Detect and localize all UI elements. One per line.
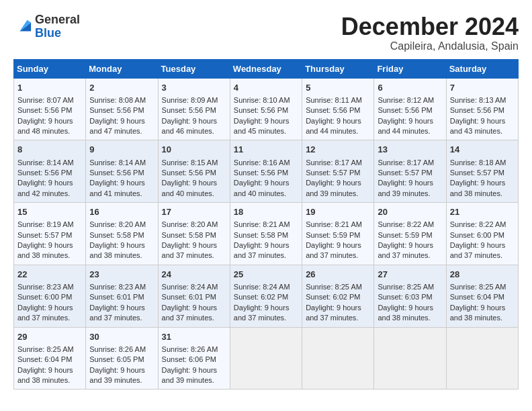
cell-text-line: Daylight: 9 hours [234,303,298,313]
cell-text-line: Daylight: 9 hours [17,303,82,313]
cell-text-line: Sunset: 5:58 PM [234,230,298,240]
cell-text-line: Sunset: 6:01 PM [162,292,226,302]
cell-text-line: Sunrise: 8:23 AM [17,282,82,292]
cell-text-line: Sunrise: 8:21 AM [234,220,298,230]
cell-text-line: Sunrise: 8:14 AM [89,158,154,168]
cell-text-line: Sunrise: 8:09 AM [162,95,226,105]
cell-text-line: Sunrise: 8:25 AM [378,282,442,292]
day-number: 3 [162,82,226,94]
cell-text-line: and 37 minutes. [450,250,515,261]
cell-text-line: Sunrise: 8:22 AM [378,220,442,230]
calendar-cell: 28Sunrise: 8:25 AMSunset: 6:04 PMDayligh… [446,265,518,327]
cell-text-line: Sunset: 5:56 PM [162,168,226,178]
cell-text-line: Daylight: 9 hours [234,240,298,250]
calendar-cell: 1Sunrise: 8:07 AMSunset: 5:56 PMDaylight… [14,78,86,140]
day-number: 12 [306,144,370,156]
day-number: 4 [234,82,298,94]
cell-text-line: Sunset: 5:56 PM [162,105,226,116]
day-number: 21 [450,206,515,218]
cell-text-line: Daylight: 9 hours [162,303,226,313]
cell-text-line: Sunset: 6:02 PM [234,292,298,302]
cell-text-line: and 38 minutes. [89,250,154,261]
cell-text-line: Sunset: 5:57 PM [306,168,370,178]
cell-text-line: Daylight: 9 hours [378,240,442,250]
cell-text-line: Sunset: 5:59 PM [378,230,442,240]
cell-text-line: Sunrise: 8:16 AM [234,158,298,168]
calendar-cell: 10Sunrise: 8:15 AMSunset: 5:56 PMDayligh… [158,140,230,203]
calendar-week-row: 1Sunrise: 8:07 AMSunset: 5:56 PMDaylight… [14,78,519,140]
cell-text-line: Sunset: 5:56 PM [89,105,154,116]
cell-text-line: Daylight: 9 hours [234,116,298,126]
cell-text-line: and 44 minutes. [306,126,370,136]
calendar-cell: 18Sunrise: 8:21 AMSunset: 5:58 PMDayligh… [230,203,302,265]
cell-text-line: Sunrise: 8:07 AM [17,95,82,105]
calendar-cell: 30Sunrise: 8:26 AMSunset: 6:05 PMDayligh… [86,327,158,390]
calendar-cell: 2Sunrise: 8:08 AMSunset: 5:56 PMDaylight… [86,78,158,140]
cell-text-line: and 38 minutes. [450,313,515,323]
cell-text-line: Daylight: 9 hours [450,240,515,250]
weekday-header-cell: Thursday [302,59,374,78]
calendar-cell: 25Sunrise: 8:24 AMSunset: 6:02 PMDayligh… [230,265,302,327]
cell-text-line: and 41 minutes. [89,189,154,199]
cell-text-line: Sunrise: 8:08 AM [89,95,154,105]
cell-text-line: Sunset: 6:00 PM [450,230,515,240]
logo-blue-text: Blue [35,26,61,40]
day-number: 24 [162,269,226,281]
day-number: 29 [17,331,82,343]
title-area: December 2024 Capileira, Andalusia, Spai… [341,13,519,52]
day-number: 6 [378,82,442,94]
cell-text-line: Sunrise: 8:11 AM [306,95,370,105]
cell-text-line: Sunset: 6:00 PM [17,292,82,302]
cell-text-line: and 37 minutes. [306,313,370,323]
calendar-cell [302,327,374,390]
calendar-cell: 5Sunrise: 8:11 AMSunset: 5:56 PMDaylight… [302,78,374,140]
cell-text-line: Daylight: 9 hours [89,240,154,250]
logo-general-text: General [35,13,80,26]
month-title: December 2024 [341,13,519,40]
calendar-cell: 23Sunrise: 8:23 AMSunset: 6:01 PMDayligh… [86,265,158,327]
cell-text-line: Daylight: 9 hours [162,178,226,188]
cell-text-line: and 38 minutes. [450,189,515,199]
cell-text-line: Daylight: 9 hours [89,303,154,313]
day-number: 26 [306,269,370,281]
day-number: 25 [234,269,298,281]
cell-text-line: Sunset: 5:57 PM [450,168,515,178]
cell-text-line: and 37 minutes. [17,313,82,323]
cell-text-line: Sunrise: 8:20 AM [162,220,226,230]
calendar-cell: 3Sunrise: 8:09 AMSunset: 5:56 PMDaylight… [158,78,230,140]
weekday-header-cell: Saturday [446,59,518,78]
day-number: 15 [17,206,82,218]
cell-text-line: Daylight: 9 hours [17,116,82,126]
cell-text-line: and 39 minutes. [306,189,370,199]
day-number: 30 [89,331,154,343]
cell-text-line: Sunrise: 8:15 AM [162,158,226,168]
cell-text-line: Sunset: 5:58 PM [162,230,226,240]
day-number: 10 [162,144,226,156]
cell-text-line: Sunset: 5:56 PM [450,105,515,116]
calendar-cell: 19Sunrise: 8:21 AMSunset: 5:59 PMDayligh… [302,203,374,265]
day-number: 28 [450,269,515,281]
day-number: 8 [17,144,82,156]
cell-text-line: and 38 minutes. [17,250,82,261]
header: General Blue December 2024 Capileira, An… [13,13,519,52]
cell-text-line: Sunrise: 8:12 AM [378,95,442,105]
cell-text-line: and 40 minutes. [234,189,298,199]
cell-text-line: and 37 minutes. [234,250,298,261]
cell-text-line: Sunrise: 8:24 AM [162,282,226,292]
calendar-cell: 13Sunrise: 8:17 AMSunset: 5:57 PMDayligh… [374,140,446,203]
cell-text-line: Sunrise: 8:10 AM [234,95,298,105]
cell-text-line: Daylight: 9 hours [89,178,154,188]
cell-text-line: Daylight: 9 hours [450,116,515,126]
cell-text-line: Sunrise: 8:25 AM [17,345,82,355]
day-number: 23 [89,269,154,281]
cell-text-line: Daylight: 9 hours [89,116,154,126]
cell-text-line: and 40 minutes. [162,189,226,199]
calendar-table: SundayMondayTuesdayWednesdayThursdayFrid… [13,59,519,390]
day-number: 9 [89,144,154,156]
calendar-cell [230,327,302,390]
cell-text-line: Daylight: 9 hours [450,303,515,313]
weekday-header-cell: Tuesday [158,59,230,78]
day-number: 5 [306,82,370,94]
cell-text-line: and 38 minutes. [17,375,82,385]
day-number: 17 [162,206,226,218]
